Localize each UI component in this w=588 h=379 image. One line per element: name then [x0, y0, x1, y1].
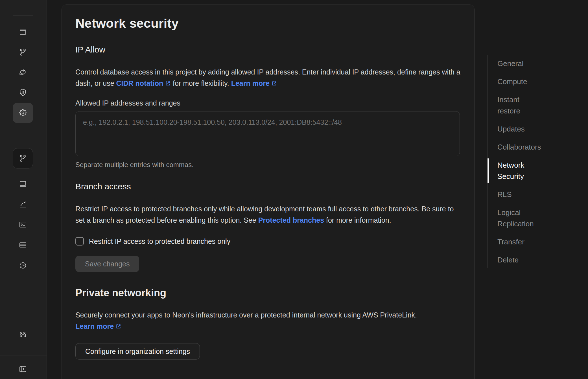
- external-link-icon: [115, 321, 121, 327]
- git-branch-icon: [19, 48, 27, 56]
- collapse-panel-icon: [19, 365, 27, 373]
- ip-addresses-input[interactable]: [75, 111, 460, 156]
- sidebar-item-settings[interactable]: [13, 103, 33, 123]
- gear-icon: [19, 109, 27, 117]
- history-clock-icon: [19, 261, 27, 270]
- private-networking-desc-text: Securely connect your apps to Neon's inf…: [75, 311, 417, 319]
- nav-item-logical-replication[interactable]: Logical Replication: [488, 207, 540, 229]
- two-people-icon: [19, 331, 27, 339]
- nav-item-transfer[interactable]: Transfer: [488, 236, 540, 247]
- sidebar-item-sql-editor[interactable]: [13, 214, 33, 235]
- save-changes-button[interactable]: Save changes: [75, 256, 139, 272]
- sidebar-item-tables-dashboard[interactable]: [13, 174, 33, 194]
- workflow-icon: [19, 68, 27, 76]
- shield-user-icon: [19, 88, 27, 97]
- sidebar-item-workflows[interactable]: [13, 62, 33, 82]
- settings-section-nav: General Compute Instant restore Updates …: [488, 55, 555, 268]
- nav-item-collaborators[interactable]: Collaborators: [488, 141, 540, 153]
- nav-item-network-security[interactable]: Network Security: [488, 159, 540, 182]
- sidebar-item-restore-history[interactable]: [13, 255, 33, 276]
- branch-access-desc-text-2: for more information.: [324, 216, 391, 224]
- nav-item-updates[interactable]: Updates: [488, 123, 540, 135]
- ip-allow-description: Control database access in this project …: [75, 66, 461, 89]
- window-icon: [19, 180, 27, 188]
- external-link-icon: [271, 78, 277, 84]
- sidebar-item-tables[interactable]: [13, 235, 33, 255]
- projects-icon: [19, 28, 27, 36]
- private-networking-heading: Private networking: [75, 287, 461, 299]
- restrict-ip-checkbox-label: Restrict IP access to protected branches…: [89, 237, 230, 246]
- sidebar-item-branches[interactable]: [13, 42, 33, 62]
- sidebar-item-projects[interactable]: [13, 22, 33, 42]
- git-branch-icon: [19, 154, 27, 163]
- nav-item-instant-restore[interactable]: Instant restore: [488, 94, 540, 117]
- restrict-ip-checkbox[interactable]: [75, 237, 84, 246]
- sidebar-divider-bottom: [0, 356, 47, 356]
- nav-item-rls[interactable]: RLS: [488, 189, 540, 200]
- sidebar-item-collapse-panel[interactable]: [13, 359, 33, 379]
- cidr-notation-link[interactable]: CIDR notation: [116, 79, 171, 87]
- branch-access-description: Restrict IP access to protected branches…: [75, 203, 461, 226]
- nav-item-compute[interactable]: Compute: [488, 76, 540, 87]
- nav-item-delete[interactable]: Delete: [488, 254, 540, 266]
- icon-sidebar: [0, 0, 47, 379]
- protected-branches-link[interactable]: Protected branches: [258, 216, 324, 224]
- ip-allow-desc-text-2: for more flexibility.: [171, 79, 231, 87]
- terminal-icon: [19, 220, 27, 229]
- private-networking-description: Securely connect your apps to Neon's inf…: [75, 309, 461, 332]
- page-title: Network security: [75, 16, 461, 31]
- ip-allow-learn-more-link[interactable]: Learn more: [231, 79, 277, 87]
- private-networking-learn-more-link[interactable]: Learn more: [75, 322, 121, 330]
- sidebar-item-monitoring[interactable]: [13, 194, 33, 214]
- settings-section-list: General Compute Instant restore Updates …: [488, 55, 555, 268]
- table-icon: [19, 241, 27, 249]
- external-link-icon: [165, 78, 171, 84]
- network-security-panel: Network security IP Allow Control databa…: [62, 5, 475, 379]
- sidebar-divider-middle: [13, 138, 33, 138]
- sidebar-item-roles[interactable]: [13, 82, 33, 103]
- nav-item-general[interactable]: General: [488, 58, 540, 69]
- chart-curve-icon: [19, 200, 27, 209]
- configure-org-settings-button[interactable]: Configure in organization settings: [75, 343, 200, 360]
- sidebar-item-people[interactable]: [13, 325, 33, 345]
- restrict-ip-checkbox-row[interactable]: Restrict IP access to protected branches…: [75, 237, 461, 246]
- sidebar-divider-top: [13, 16, 33, 16]
- ip-allow-heading: IP Allow: [75, 44, 461, 55]
- sidebar-item-branch-selector[interactable]: [13, 148, 33, 168]
- ip-input-label: Allowed IP addresses and ranges: [75, 99, 461, 107]
- ip-input-help: Separate multiple entries with commas.: [75, 161, 461, 169]
- branch-access-heading: Branch access: [75, 181, 461, 192]
